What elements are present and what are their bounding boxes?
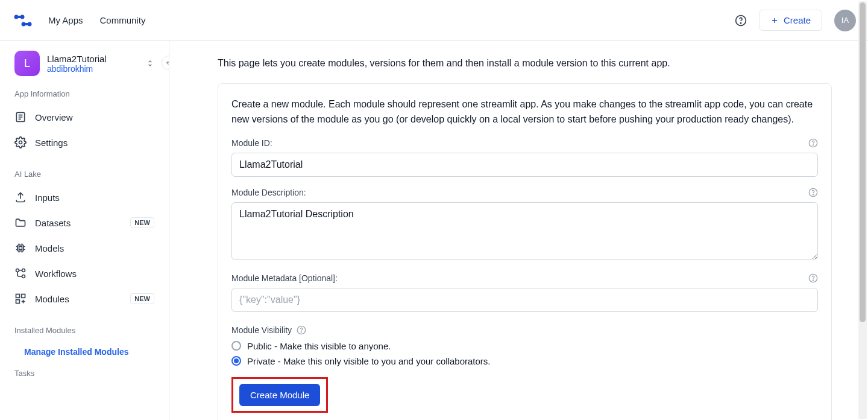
module-meta-input[interactable] [231,288,818,312]
sidebar-item-workflows[interactable]: Workflows [14,261,154,286]
top-header: My Apps Community Create IA [0,0,868,41]
sidebar-item-datasets[interactable]: Datasets NEW [14,210,154,235]
svg-rect-10 [17,245,24,251]
svg-rect-5 [24,23,30,25]
app-username[interactable]: abdibrokhim [47,64,107,74]
svg-point-19 [813,144,813,145]
main-content: This page lets you create modules, versi… [169,41,868,420]
app-icon: L [14,51,40,76]
create-module-card: Create a new module. Each module should … [218,83,832,420]
help-icon[interactable] [808,188,818,197]
manage-installed-link[interactable]: Manage Installed Modules [14,341,154,358]
section-tasks: Tasks [0,358,169,381]
svg-rect-11 [19,247,22,250]
svg-rect-16 [22,294,25,298]
highlight-box: Create Module [231,377,328,413]
svg-point-21 [813,194,813,194]
svg-point-12 [16,269,19,272]
svg-point-13 [22,275,25,278]
create-button-label: Create [784,15,811,25]
sidebar-item-label: Inputs [35,192,60,203]
visibility-private-radio[interactable]: Private - Make this only visible to you … [231,356,818,366]
create-button[interactable]: Create [759,10,822,31]
help-icon[interactable] [808,138,818,148]
document-icon [14,111,27,123]
scrollbar[interactable] [858,1,867,419]
nav-my-apps[interactable]: My Apps [48,15,83,25]
folder-icon [14,217,27,229]
create-module-button[interactable]: Create Module [239,384,320,406]
chevron-up-down-icon [146,58,154,69]
app-switcher[interactable]: L Llama2Tutorial abdibrokhim [14,51,154,76]
svg-point-14 [22,269,25,272]
sidebar-item-modules[interactable]: Modules NEW [14,286,154,311]
help-icon[interactable] [808,273,818,283]
svg-point-25 [301,331,302,332]
gear-icon [14,136,27,148]
chip-icon [14,242,27,254]
sidebar-item-label: Modules [35,294,69,304]
app-logo[interactable] [12,10,34,31]
module-id-label: Module ID: [231,138,272,148]
svg-point-7 [740,22,741,23]
module-desc-textarea[interactable] [231,202,818,260]
radio-icon [231,341,241,351]
sidebar-item-label: Overview [35,112,73,122]
help-icon[interactable] [297,325,306,335]
plus-icon [770,16,779,25]
module-desc-label: Module Description: [231,188,306,197]
sidebar-item-label: Workflows [35,269,77,279]
sidebar-item-inputs[interactable]: Inputs [14,185,154,210]
app-name: Llama2Tutorial [47,54,107,64]
sidebar: L Llama2Tutorial abdibrokhim App Informa… [0,41,169,420]
new-badge: NEW [130,217,154,228]
help-icon[interactable] [735,14,747,27]
radio-label: Public - Make this visible to anyone. [247,341,391,351]
visibility-public-radio[interactable]: Public - Make this visible to anyone. [231,341,818,351]
section-app-info: App Information [14,89,154,98]
sidebar-item-label: Models [35,243,64,253]
sidebar-item-label: Settings [35,138,68,148]
modules-icon [14,293,27,305]
sidebar-item-settings[interactable]: Settings [14,130,154,155]
page-intro: This page lets you create modules, versi… [218,58,832,69]
svg-point-23 [813,279,813,280]
section-installed: Installed Modules [14,326,154,335]
sidebar-item-label: Datasets [35,218,71,228]
nav-community[interactable]: Community [100,15,146,25]
svg-rect-2 [16,16,22,18]
sidebar-item-overview[interactable]: Overview [14,104,154,130]
avatar[interactable]: IA [834,10,856,31]
svg-rect-17 [16,300,20,304]
scrollbar-thumb[interactable] [860,2,866,322]
module-meta-label: Module Metadata [Optional]: [231,273,338,283]
upload-icon [14,191,27,203]
visibility-label: Module Visibility [231,325,292,335]
sidebar-item-models[interactable]: Models [14,235,154,261]
radio-label: Private - Make this only visible to you … [247,356,491,366]
module-id-input[interactable] [231,153,818,177]
card-description: Create a new module. Each module should … [231,97,818,127]
workflow-icon [14,267,27,279]
svg-rect-15 [16,294,20,298]
section-ai-lake: AI Lake [14,170,154,179]
radio-icon [231,356,241,366]
new-badge: NEW [130,293,154,304]
svg-point-9 [19,141,22,144]
